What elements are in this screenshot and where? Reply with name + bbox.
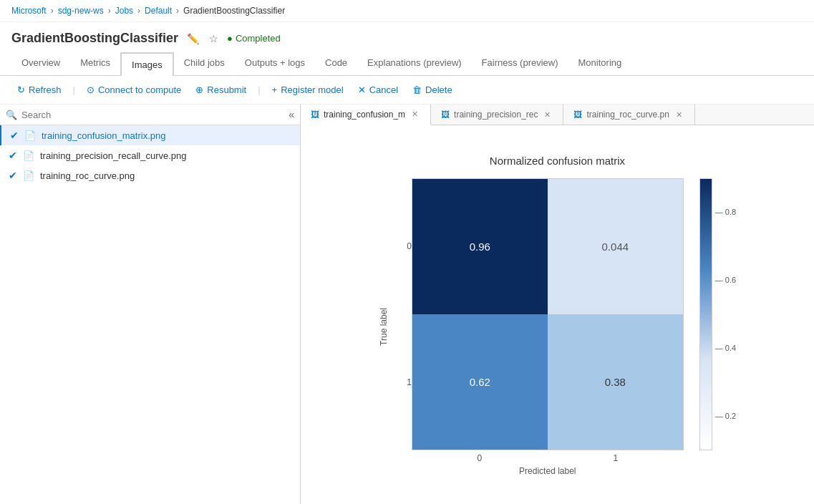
breadcrumb-workspace[interactable]: sdg-new-ws [58,6,104,16]
colorbar-gradient [699,178,712,450]
file-name: training_roc_curve.png [40,170,291,181]
delete-icon: 🗑 [412,84,422,95]
chart-container: Normalized confusion matrix True label 0… [379,155,736,476]
main-layout: 🔍 « ✔ 📄 training_confusion_matrix.png ••… [0,105,814,504]
search-bar: 🔍 « [0,105,300,125]
file-name: training_confusion_matrix.png [42,130,276,141]
y-tick-0: 0 [394,241,412,251]
file-name: training_precision_recall_curve.png [40,150,291,161]
status-text: Completed [236,33,281,44]
tab-code[interactable]: Code [315,52,357,75]
register-button[interactable]: + Register model [266,82,349,98]
connect-icon: ⊙ [87,84,95,95]
list-item[interactable]: ✔ 📄 training_precision_recall_curve.png [0,145,300,165]
file-icon: 📄 [23,150,34,161]
refresh-icon: ↻ [17,84,25,95]
image-tab-bar: 🖼 training_confusion_m ✕ 🖼 training_prec… [301,105,814,125]
tab-explanations[interactable]: Explanations (preview) [357,52,472,75]
chart-with-labels: True label 0 1 [379,178,684,476]
file-icon: 📄 [24,130,36,141]
register-icon: + [272,84,278,95]
breadcrumb-current: GradientBoostingClassifier [183,6,285,16]
edit-icon[interactable]: ✏️ [185,32,200,46]
image-tab-label: training_roc_curve.pn [586,110,669,120]
breadcrumb-jobs[interactable]: Jobs [115,6,133,16]
check-icon: ● [227,33,233,44]
file-icon: 📄 [23,170,34,181]
star-icon[interactable]: ☆ [208,32,220,46]
tab-child-jobs[interactable]: Child jobs [174,52,235,75]
tab-metrics[interactable]: Metrics [70,52,120,75]
tab-images[interactable]: Images [120,52,174,76]
chart-inner: True label 0 1 [379,178,736,476]
check-icon: ✔ [10,130,19,141]
colorbar-tick-08: — 0.8 [715,208,736,216]
chart-title: Normalized confusion matrix [490,155,625,167]
cell-bottom-right: 0.38 [548,314,683,450]
cell-top-right: 0.044 [548,179,683,314]
colorbar: — 0.8 — 0.6 — 0.4 — 0.2 [699,178,736,476]
colorbar-tick-02: — 0.2 [715,412,736,420]
resubmit-button[interactable]: ⊕ Resubmit [190,82,252,98]
image-tab-label: training_precision_rec [454,110,538,120]
cancel-icon: ✕ [358,84,366,95]
y-axis-label: True label [379,308,389,346]
check-icon: ✔ [9,170,17,181]
colorbar-tick-06: — 0.6 [715,276,736,284]
page-header: GradientBoostingClassifier ✏️ ☆ ● Comple… [0,22,814,52]
file-list: ✔ 📄 training_confusion_matrix.png ••• ✔ … [0,125,300,504]
tab-overview[interactable]: Overview [11,52,70,75]
image-tab-icon: 🖼 [311,110,319,120]
close-tab-button[interactable]: ✕ [542,110,553,120]
image-tab-precision[interactable]: 🖼 training_precision_rec ✕ [431,105,563,125]
chart-area: Normalized confusion matrix True label 0… [301,125,814,504]
x-tick-0: 0 [477,453,482,463]
close-tab-button[interactable]: ✕ [674,110,684,120]
tab-monitoring[interactable]: Monitoring [568,52,632,75]
image-tab-icon: 🖼 [573,110,582,120]
refresh-button[interactable]: ↻ Refresh [11,82,67,98]
search-icon: 🔍 [6,110,17,120]
tab-bar: Overview Metrics Images Child jobs Outpu… [0,52,814,76]
image-tab-icon: 🖼 [441,110,450,120]
cancel-button[interactable]: ✕ Cancel [352,82,404,98]
search-input[interactable] [21,110,284,120]
image-tab-confusion[interactable]: 🖼 training_confusion_m ✕ [301,105,431,125]
x-axis-label: Predicted label [412,466,684,476]
toolbar: ↻ Refresh | ⊙ Connect to compute ⊕ Resub… [0,76,814,105]
right-panel: 🖼 training_confusion_m ✕ 🖼 training_prec… [301,105,814,504]
list-item[interactable]: ✔ 📄 training_confusion_matrix.png ••• [0,125,300,145]
delete-button[interactable]: 🗑 Delete [407,82,458,98]
colorbar-tick-04: — 0.4 [715,344,736,352]
tab-fairness[interactable]: Fairness (preview) [472,52,568,75]
breadcrumb: Microsoft › sdg-new-ws › Jobs › Default … [0,0,814,22]
check-icon: ✔ [9,150,17,161]
page-title: GradientBoostingClassifier [11,31,178,46]
breadcrumb-microsoft[interactable]: Microsoft [11,6,47,16]
cell-top-left: 0.96 [412,179,548,314]
status-badge: ● Completed [227,33,281,44]
list-item[interactable]: ✔ 📄 training_roc_curve.png [0,165,300,185]
image-tab-roc[interactable]: 🖼 training_roc_curve.pn ✕ [563,105,694,125]
x-tick-1: 1 [613,453,618,463]
cell-bottom-left: 0.62 [412,314,548,450]
connect-button[interactable]: ⊙ Connect to compute [81,82,187,98]
y-tick-1: 1 [394,377,412,387]
image-tab-label: training_confusion_m [324,110,405,120]
left-panel: 🔍 « ✔ 📄 training_confusion_matrix.png ••… [0,105,301,504]
close-tab-button[interactable]: ✕ [410,109,420,120]
breadcrumb-default[interactable]: Default [145,6,172,16]
resubmit-icon: ⊕ [195,84,203,95]
collapse-panel-button[interactable]: « [289,109,294,120]
tab-outputs-logs[interactable]: Outputs + logs [235,52,315,75]
